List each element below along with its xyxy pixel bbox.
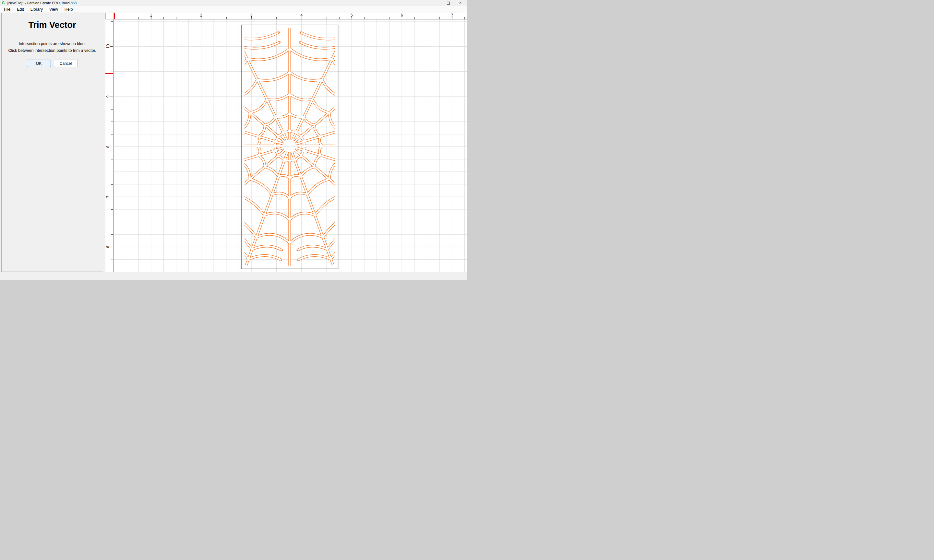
status-bar <box>0 272 467 280</box>
app-window: C [NewFile]* - Carbide Create PRO, Build… <box>0 0 467 280</box>
menu-item-file[interactable]: File <box>1 6 14 12</box>
menu-item-help[interactable]: Help <box>61 6 76 12</box>
ruler-tick <box>111 172 113 172</box>
top-ruler: 1234567 <box>114 12 467 20</box>
vector-node <box>299 42 300 43</box>
ruler-tick <box>111 185 113 185</box>
instruction-line-1: Intersection points are shown in blue. <box>2 42 103 46</box>
ruler-tick <box>176 17 176 19</box>
ruler-label: 1 <box>148 13 154 17</box>
ruler-tick <box>111 234 113 235</box>
ruler-tick <box>427 17 427 19</box>
ruler-tick <box>189 17 189 19</box>
minimize-icon <box>435 3 438 3</box>
dialog-buttons: OK Cancel <box>2 60 103 67</box>
vector-node <box>297 250 298 251</box>
ruler-tick <box>111 84 113 84</box>
ruler-tick <box>111 59 113 59</box>
ruler-tick <box>289 17 289 19</box>
restore-down-icon <box>447 2 450 5</box>
ruler-red-marker-y <box>105 73 113 74</box>
ruler-tick <box>276 17 277 19</box>
ruler-corner <box>105 12 114 20</box>
minimize-button[interactable] <box>430 0 442 6</box>
ruler-label: 3 <box>248 13 254 17</box>
menu-item-edit[interactable]: Edit <box>14 6 27 12</box>
ruler-tick <box>439 17 440 19</box>
ruler-tick <box>163 17 164 19</box>
ruler-tick <box>111 209 113 210</box>
window-controls: × <box>430 0 466 6</box>
ruler-tick <box>111 260 113 260</box>
ruler-tick <box>111 72 113 72</box>
ruler-label: 10 <box>106 44 111 49</box>
restore-button[interactable] <box>442 0 454 6</box>
ruler-label: 7 <box>106 194 111 199</box>
ruler-tick <box>239 17 239 19</box>
ruler-label: 9 <box>106 94 111 99</box>
ruler-tick <box>111 109 113 109</box>
spider-web-vectors[interactable] <box>162 20 417 272</box>
cancel-button[interactable]: Cancel <box>54 60 78 67</box>
panel-title: Trim Vector <box>2 20 103 30</box>
ruler-tick <box>327 17 327 19</box>
instruction-line-2: Click between intersection points to tri… <box>2 48 103 53</box>
vector-node <box>300 32 301 33</box>
window-titlebar: C [NewFile]* - Carbide Create PRO, Build… <box>0 0 467 6</box>
ruler-tick <box>389 17 390 19</box>
vector-node <box>281 260 282 261</box>
ruler-tick <box>214 17 214 19</box>
ruler-label: 6 <box>106 245 111 249</box>
design-canvas[interactable] <box>114 20 467 272</box>
window-title: [NewFile]* - Carbide Create PRO, Build 8… <box>8 1 77 5</box>
ruler-tick <box>415 17 415 19</box>
ruler-tick <box>111 22 113 22</box>
ok-button[interactable]: OK <box>27 60 51 67</box>
trim-vector-panel: Trim Vector Intersection points are show… <box>1 12 103 272</box>
menu-item-library[interactable]: Library <box>27 6 46 12</box>
ruler-label: 2 <box>198 13 204 17</box>
close-icon: × <box>459 0 462 6</box>
ruler-tick <box>264 17 264 19</box>
ruler-tick <box>111 222 113 222</box>
ruler-red-marker-x <box>114 12 115 19</box>
close-button[interactable]: × <box>454 0 466 6</box>
ruler-tick <box>111 34 113 34</box>
ruler-tick <box>139 17 139 19</box>
vector-node <box>282 250 283 251</box>
vector-node <box>297 260 299 261</box>
ruler-label: 8 <box>106 144 111 149</box>
ruler-tick <box>126 17 126 19</box>
menubar: FileEditLibraryViewHelp <box>0 6 467 12</box>
left-ruler: 109876 <box>105 20 114 272</box>
ruler-label: 4 <box>298 13 305 17</box>
vector-node <box>279 32 280 33</box>
ruler-label: 5 <box>348 13 355 17</box>
vector-node <box>279 42 281 43</box>
ruler-tick <box>364 17 365 19</box>
app-logo-icon: C <box>2 0 5 6</box>
ruler-tick <box>111 122 113 122</box>
ruler-label: 6 <box>399 13 405 17</box>
ruler-tick <box>377 17 377 19</box>
ruler-tick <box>464 17 465 19</box>
ruler-label: 7 <box>449 13 455 17</box>
menu-item-view[interactable]: View <box>46 6 61 12</box>
ruler-tick <box>111 159 113 160</box>
